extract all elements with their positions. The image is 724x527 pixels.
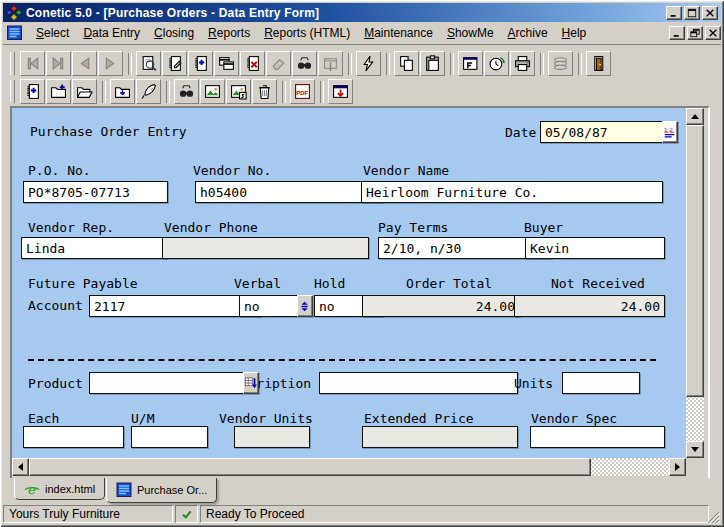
folder-plus-icon <box>50 83 67 100</box>
date-picker-button[interactable]: 12 <box>662 121 678 143</box>
toolbar-separator <box>320 81 324 103</box>
svg-text:PDF: PDF <box>296 90 308 96</box>
menu-archive[interactable]: Archive <box>501 23 555 43</box>
account-label: Account <box>28 298 83 313</box>
currency-button <box>548 51 573 76</box>
horizontal-scrollbar[interactable] <box>12 458 686 476</box>
export-button[interactable] <box>328 79 353 104</box>
edit-record-button[interactable] <box>162 51 187 76</box>
scroll-up-button[interactable] <box>686 108 704 125</box>
not-received-field: 24.00 <box>514 295 665 317</box>
po-no-field[interactable]: PO*8705-07713 <box>23 181 168 203</box>
menu-help[interactable]: Help <box>555 23 594 43</box>
vendor-rep-field[interactable]: Linda <box>21 237 167 259</box>
verbal-field[interactable]: no <box>239 295 313 317</box>
sign-button[interactable] <box>136 79 161 104</box>
add-folder-button[interactable] <box>46 79 71 104</box>
vendor-no-field[interactable]: h05400 <box>195 181 383 203</box>
each-label: Each <box>28 411 59 426</box>
image-save-button[interactable] <box>226 79 251 104</box>
vendor-spec-label: Vendor Spec <box>531 411 617 426</box>
doc-magnifier-icon <box>140 55 157 72</box>
up-arrow-icon <box>691 110 699 119</box>
toolbar-grip[interactable] <box>10 52 15 75</box>
quill-pen-icon <box>140 83 157 100</box>
form-button[interactable] <box>458 51 483 76</box>
mdi-minimize-button[interactable] <box>669 26 685 40</box>
history-button[interactable] <box>484 51 509 76</box>
scroll-right-button[interactable] <box>669 458 686 476</box>
minimize-button[interactable] <box>666 6 682 20</box>
mdi-restore-button[interactable] <box>687 26 703 40</box>
units-field[interactable] <box>562 372 640 394</box>
notebook-delete-icon <box>244 55 261 72</box>
query-button[interactable] <box>136 51 161 76</box>
scroll-down-button[interactable] <box>686 441 704 458</box>
find-button[interactable] <box>292 51 317 76</box>
horizontal-scrollbar-thumb[interactable] <box>29 458 591 476</box>
extended-price-field <box>362 426 518 448</box>
hold-label: Hold <box>314 276 345 291</box>
each-field[interactable] <box>23 426 124 448</box>
tab-purchase-orders[interactable]: Purchase Or... <box>106 478 217 503</box>
description-field[interactable] <box>319 372 518 394</box>
maximize-icon <box>687 8 697 18</box>
new-record-button[interactable] <box>20 79 45 104</box>
menu-items: SelectData EntryClosingReportsReports (H… <box>29 23 593 43</box>
toolbar-separator <box>102 81 106 103</box>
delete-record-button[interactable] <box>240 51 265 76</box>
tab-label: Purchase Or... <box>137 484 207 496</box>
lightning-icon <box>360 55 377 72</box>
execute-button[interactable] <box>356 51 381 76</box>
exit-button[interactable] <box>586 51 611 76</box>
date-field[interactable]: 05/08/87 12 <box>540 121 678 143</box>
vendor-name-field[interactable]: Heirloom Furniture Co. <box>361 181 663 203</box>
copy-button[interactable] <box>394 51 419 76</box>
tab-index-html[interactable]: e index.html <box>14 478 105 500</box>
notebook-plus-icon <box>24 83 41 100</box>
product-lookup-button[interactable] <box>243 372 259 394</box>
menu-data-entry[interactable]: Data Entry <box>76 23 147 43</box>
mdi-close-button[interactable] <box>705 26 721 40</box>
maximize-button[interactable] <box>684 6 700 20</box>
status-message-panel: Ready To Proceed <box>200 505 709 523</box>
product-field[interactable] <box>89 372 259 394</box>
vertical-scrollbar[interactable] <box>686 108 704 458</box>
print-button[interactable] <box>510 51 535 76</box>
window-pin-icon <box>322 55 339 72</box>
close-icon <box>705 8 715 18</box>
pdf-button[interactable]: PDF <box>290 79 315 104</box>
scroll-left-button[interactable] <box>12 458 29 476</box>
verbal-spinner-button[interactable] <box>297 295 313 317</box>
vendor-spec-field[interactable] <box>530 426 665 448</box>
menu-reports-html[interactable]: Reports (HTML) <box>257 23 357 43</box>
order-total-field: 24.00 <box>362 295 520 317</box>
paste-button[interactable] <box>420 51 445 76</box>
menu-closing[interactable]: Closing <box>147 23 201 43</box>
browse-button[interactable] <box>214 51 239 76</box>
mdi-close-icon <box>708 28 718 38</box>
paste-icon <box>424 55 441 72</box>
trash-button[interactable] <box>252 79 277 104</box>
buyer-field[interactable]: Kevin <box>525 237 665 259</box>
ready-check-icon <box>181 507 192 522</box>
image-button[interactable] <box>200 79 225 104</box>
menu-select[interactable]: Select <box>29 23 76 43</box>
menu-showme[interactable]: ShowMe <box>440 23 501 43</box>
resize-grip-icon[interactable] <box>707 511 720 524</box>
close-button[interactable] <box>702 6 718 20</box>
toolbar-separator <box>386 53 390 75</box>
open-folder-button[interactable] <box>72 79 97 104</box>
add-record-button[interactable] <box>188 51 213 76</box>
picture-icon <box>204 83 221 100</box>
account-field[interactable]: 2117 <box>89 295 261 317</box>
future-payable-label: Future Payable <box>28 276 138 291</box>
menu-reports[interactable]: Reports <box>201 23 257 43</box>
toolbar-grip[interactable] <box>10 80 15 103</box>
um-field[interactable] <box>131 426 208 448</box>
vertical-scrollbar-thumb[interactable] <box>686 125 704 397</box>
right-arrow-icon <box>675 463 684 471</box>
search-button[interactable] <box>174 79 199 104</box>
menu-maintenance[interactable]: Maintenance <box>357 23 440 43</box>
save-folder-button[interactable] <box>110 79 135 104</box>
